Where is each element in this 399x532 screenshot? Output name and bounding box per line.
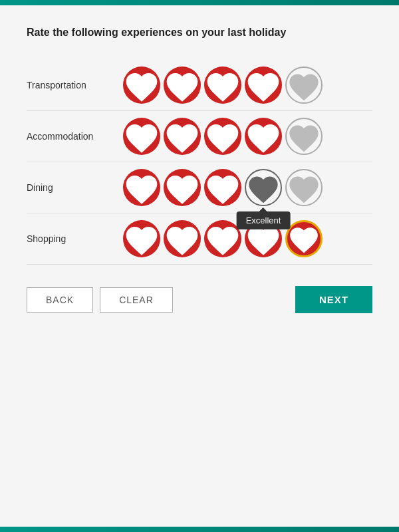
rating-row-accommodation: Accommodation xyxy=(27,111,372,162)
hearts-shopping xyxy=(123,220,323,257)
heart-dining-1[interactable] xyxy=(123,169,160,206)
heart-accommodation-2[interactable] xyxy=(164,118,201,155)
heart-shopping-1[interactable] xyxy=(123,220,160,257)
top-bar xyxy=(0,0,399,5)
heart-dining-5[interactable] xyxy=(285,169,323,206)
rating-rows: Transportation Accommodation Dining Exce… xyxy=(27,60,372,265)
clear-button[interactable]: CLEAR xyxy=(100,287,173,313)
heart-accommodation-5[interactable] xyxy=(285,118,323,155)
label-dining: Dining xyxy=(27,182,123,193)
hearts-dining: Excellent xyxy=(123,169,323,206)
rating-row-dining: Dining Excellent xyxy=(27,162,372,213)
heart-transportation-2[interactable] xyxy=(164,66,201,104)
back-button[interactable]: BACK xyxy=(27,287,93,313)
rating-row-transportation: Transportation xyxy=(27,60,372,111)
label-shopping: Shopping xyxy=(27,233,123,244)
hearts-accommodation xyxy=(123,118,323,155)
rating-row-shopping: Shopping xyxy=(27,213,372,265)
heart-accommodation-4[interactable] xyxy=(245,118,282,155)
buttons-row: BACK CLEAR NEXT xyxy=(27,286,372,313)
next-button[interactable]: NEXT xyxy=(295,286,372,313)
heart-transportation-4[interactable] xyxy=(245,66,282,104)
question-title: Rate the following experiences on your l… xyxy=(27,25,372,40)
hearts-transportation xyxy=(123,66,323,104)
heart-dining-4[interactable]: Excellent xyxy=(245,169,282,206)
label-transportation: Transportation xyxy=(27,80,123,90)
heart-shopping-3[interactable] xyxy=(204,220,241,257)
heart-dining-2[interactable] xyxy=(164,169,201,206)
tooltip-excellent: Excellent xyxy=(237,211,291,229)
heart-transportation-1[interactable] xyxy=(123,66,160,104)
label-accommodation: Accommodation xyxy=(27,131,123,142)
heart-shopping-2[interactable] xyxy=(164,220,201,257)
heart-shopping-5[interactable] xyxy=(285,220,323,257)
heart-transportation-5[interactable] xyxy=(285,66,323,104)
heart-dining-3[interactable] xyxy=(204,169,241,206)
main-content: Rate the following experiences on your l… xyxy=(0,5,399,333)
bottom-bar xyxy=(0,527,399,532)
heart-transportation-3[interactable] xyxy=(204,66,241,104)
heart-accommodation-3[interactable] xyxy=(204,118,241,155)
heart-accommodation-1[interactable] xyxy=(123,118,160,155)
